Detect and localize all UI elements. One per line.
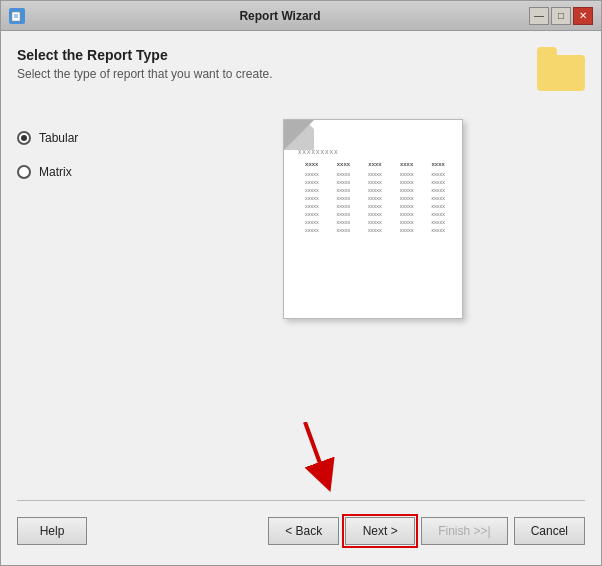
wizard-icon xyxy=(537,47,585,95)
data-cell-6-3: xxxxx xyxy=(393,219,421,225)
data-cell-7-1: xxxxx xyxy=(330,227,358,233)
data-cell-6-4: xxxxx xyxy=(424,219,452,225)
header-cell-1: xxxx xyxy=(330,161,358,167)
data-cell-7-3: xxxxx xyxy=(393,227,421,233)
nav-buttons: < Back Next > Finish >>| Cancel xyxy=(268,517,585,545)
header-cell-4: xxxx xyxy=(424,161,452,167)
data-cell-1-1: xxxxx xyxy=(330,179,358,185)
data-cell-2-2: xxxxx xyxy=(361,187,389,193)
page-corner xyxy=(284,120,314,150)
matrix-label: Matrix xyxy=(39,165,72,179)
svg-line-3 xyxy=(305,422,325,477)
data-row: xxxxxxxxxxxxxxxxxxxxxxxxx xyxy=(298,187,452,193)
data-cell-3-2: xxxxx xyxy=(361,195,389,201)
arrow-indicator xyxy=(285,422,365,492)
preview-header-row: xxxx xxxx xxxx xxxx xxxx xyxy=(298,161,452,167)
preview-data-rows: xxxxxxxxxxxxxxxxxxxxxxxxxxxxxxxxxxxxxxxx… xyxy=(298,171,452,233)
close-button[interactable]: ✕ xyxy=(573,7,593,25)
data-cell-5-2: xxxxx xyxy=(361,211,389,217)
preview-title: xxxxxxxxx xyxy=(298,148,452,155)
data-cell-3-0: xxxxx xyxy=(298,195,326,201)
data-cell-0-4: xxxxx xyxy=(424,171,452,177)
back-button[interactable]: < Back xyxy=(268,517,339,545)
maximize-button[interactable]: □ xyxy=(551,7,571,25)
window-controls: — □ ✕ xyxy=(529,7,593,25)
data-cell-6-1: xxxxx xyxy=(330,219,358,225)
data-cell-4-3: xxxxx xyxy=(393,203,421,209)
tabular-label: Tabular xyxy=(39,131,78,145)
data-cell-0-0: xxxxx xyxy=(298,171,326,177)
data-cell-1-0: xxxxx xyxy=(298,179,326,185)
data-cell-0-1: xxxxx xyxy=(330,171,358,177)
title-bar: Report Wizard — □ ✕ xyxy=(1,1,601,31)
data-cell-5-0: xxxxx xyxy=(298,211,326,217)
data-cell-4-2: xxxxx xyxy=(361,203,389,209)
finish-button[interactable]: Finish >>| xyxy=(421,517,507,545)
data-cell-3-1: xxxxx xyxy=(330,195,358,201)
button-divider xyxy=(17,500,585,501)
data-row: xxxxxxxxxxxxxxxxxxxxxxxxx xyxy=(298,219,452,225)
data-cell-3-3: xxxxx xyxy=(393,195,421,201)
header-cell-3: xxxx xyxy=(393,161,421,167)
data-row: xxxxxxxxxxxxxxxxxxxxxxxxx xyxy=(298,195,452,201)
main-content: Select the Report Type Select the type o… xyxy=(1,31,601,565)
data-row: xxxxxxxxxxxxxxxxxxxxxxxxx xyxy=(298,171,452,177)
data-cell-6-0: xxxxx xyxy=(298,219,326,225)
matrix-option[interactable]: Matrix xyxy=(17,165,137,179)
data-cell-1-3: xxxxx xyxy=(393,179,421,185)
data-cell-5-3: xxxxx xyxy=(393,211,421,217)
header-cell-0: xxxx xyxy=(298,161,326,167)
header-text: Select the Report Type Select the type o… xyxy=(17,47,525,81)
data-cell-2-0: xxxxx xyxy=(298,187,326,193)
minimize-button[interactable]: — xyxy=(529,7,549,25)
data-row: xxxxxxxxxxxxxxxxxxxxxxxxx xyxy=(298,211,452,217)
data-cell-2-3: xxxxx xyxy=(393,187,421,193)
data-cell-4-0: xxxxx xyxy=(298,203,326,209)
header-cell-2: xxxx xyxy=(361,161,389,167)
help-button[interactable]: Help xyxy=(17,517,87,545)
data-row: xxxxxxxxxxxxxxxxxxxxxxxxx xyxy=(298,179,452,185)
data-cell-1-2: xxxxx xyxy=(361,179,389,185)
arrow-area xyxy=(17,432,585,492)
data-row: xxxxxxxxxxxxxxxxxxxxxxxxx xyxy=(298,203,452,209)
matrix-radio[interactable] xyxy=(17,165,31,179)
tabular-option[interactable]: Tabular xyxy=(17,131,137,145)
data-cell-3-4: xxxxx xyxy=(424,195,452,201)
data-cell-4-4: xxxxx xyxy=(424,203,452,209)
report-type-group: Tabular Matrix xyxy=(17,111,137,179)
data-cell-7-0: xxxxx xyxy=(298,227,326,233)
data-cell-5-4: xxxxx xyxy=(424,211,452,217)
data-cell-2-4: xxxxx xyxy=(424,187,452,193)
report-preview: xxxxxxxxx xxxx xxxx xxxx xxxx xxxx xxxxx… xyxy=(283,119,463,319)
data-cell-0-2: xxxxx xyxy=(361,171,389,177)
data-cell-0-3: xxxxx xyxy=(393,171,421,177)
tabular-radio[interactable] xyxy=(17,131,31,145)
page-subtitle: Select the type of report that you want … xyxy=(17,67,525,81)
data-cell-4-1: xxxxx xyxy=(330,203,358,209)
page-title: Select the Report Type xyxy=(17,47,525,63)
data-cell-2-1: xxxxx xyxy=(330,187,358,193)
data-row: xxxxxxxxxxxxxxxxxxxxxxxxx xyxy=(298,227,452,233)
cancel-button[interactable]: Cancel xyxy=(514,517,585,545)
button-bar: Help < Back Next > Finish >>| Cancel xyxy=(17,509,585,549)
data-cell-7-2: xxxxx xyxy=(361,227,389,233)
report-wizard-window: Report Wizard — □ ✕ Select the Report Ty… xyxy=(0,0,602,566)
data-cell-6-2: xxxxx xyxy=(361,219,389,225)
data-cell-7-4: xxxxx xyxy=(424,227,452,233)
folder-icon xyxy=(537,55,585,91)
header-section: Select the Report Type Select the type o… xyxy=(17,47,585,95)
next-button[interactable]: Next > xyxy=(345,517,415,545)
app-icon xyxy=(9,8,25,24)
window-title: Report Wizard xyxy=(31,9,529,23)
preview-area: xxxxxxxxx xxxx xxxx xxxx xxxx xxxx xxxxx… xyxy=(161,111,585,327)
main-area: Tabular Matrix xxxxxxxxx xxxx xxxx xyxy=(17,111,585,327)
data-cell-5-1: xxxxx xyxy=(330,211,358,217)
data-cell-1-4: xxxxx xyxy=(424,179,452,185)
preview-inner: xxxxxxxxx xxxx xxxx xxxx xxxx xxxx xxxxx… xyxy=(294,148,452,233)
